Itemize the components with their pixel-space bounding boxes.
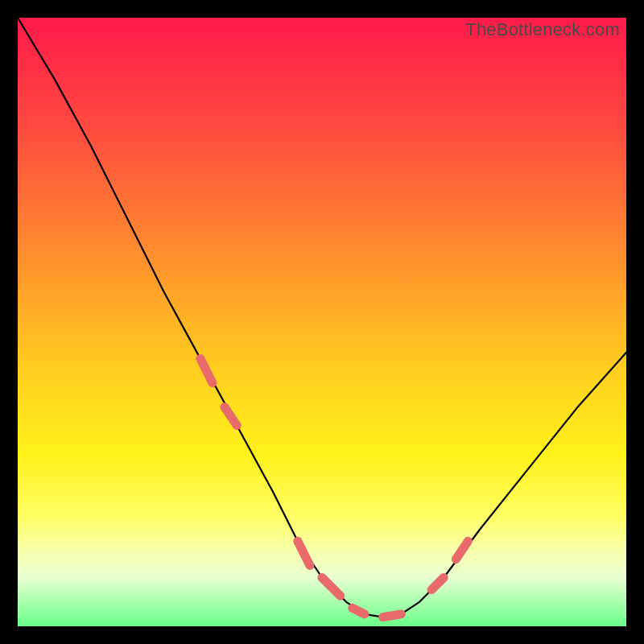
highlight-dash <box>225 407 237 426</box>
chart-frame: TheBottleneck.com <box>0 0 644 644</box>
highlight-dash <box>322 578 341 597</box>
curve-path <box>18 18 626 617</box>
highlight-dash <box>383 614 402 617</box>
bottleneck-curve <box>18 18 626 626</box>
highlight-dash <box>431 578 444 590</box>
highlight-dash <box>456 541 468 559</box>
plot-area: TheBottleneck.com <box>18 18 626 626</box>
highlight-dash <box>353 608 365 614</box>
highlight-dash <box>298 541 310 565</box>
highlight-dash <box>200 358 213 382</box>
